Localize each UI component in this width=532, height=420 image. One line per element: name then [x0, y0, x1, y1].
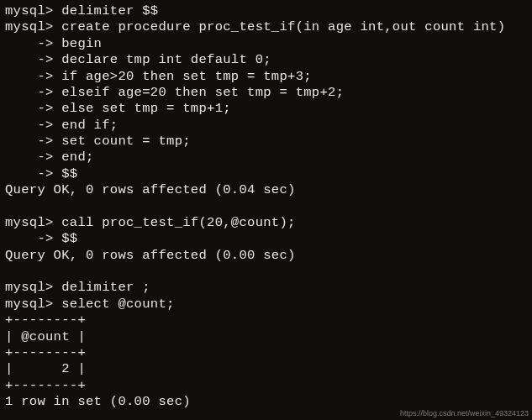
terminal-line: +--------+	[5, 378, 527, 394]
terminal-line: +--------+	[5, 312, 527, 328]
terminal-line	[5, 199, 527, 215]
terminal-line: -> $$	[5, 166, 527, 182]
terminal-line: -> if age>20 then set tmp = tmp+3;	[5, 69, 527, 85]
terminal-line: -> else set tmp = tmp+1;	[5, 101, 527, 117]
terminal-line: mysql> call proc_test_if(20,@count);	[5, 215, 527, 231]
terminal-line: -> begin	[5, 36, 527, 52]
terminal-line: -> end;	[5, 150, 527, 165]
terminal-line: Query OK, 0 rows affected (0.00 sec)	[5, 248, 527, 264]
terminal-line: 1 row in set (0.00 sec)	[5, 394, 527, 410]
terminal-line: mysql> delimiter $$	[5, 3, 527, 19]
terminal-line: | @count |	[5, 329, 527, 345]
watermark-text: https://blog.csdn.net/weixin_49324123	[400, 409, 529, 418]
terminal-output: mysql> delimiter $$mysql> create procedu…	[5, 3, 527, 410]
terminal-line: -> $$	[5, 231, 527, 247]
terminal-line: Query OK, 0 rows affected (0.04 sec)	[5, 182, 527, 198]
terminal-line: -> set count = tmp;	[5, 134, 527, 150]
terminal-line: mysql> create procedure proc_test_if(in …	[5, 19, 527, 35]
terminal-line: -> elseif age=20 then set tmp = tmp+2;	[5, 85, 527, 101]
terminal-line: mysql> select @count;	[5, 297, 527, 312]
terminal-line: mysql> delimiter ;	[5, 280, 527, 296]
terminal-line: -> end if;	[5, 118, 527, 134]
terminal-line: +--------+	[5, 345, 527, 361]
terminal-line: -> declare tmp int default 0;	[5, 52, 527, 68]
terminal-line: | 2 |	[5, 361, 527, 377]
terminal-line	[5, 264, 527, 280]
